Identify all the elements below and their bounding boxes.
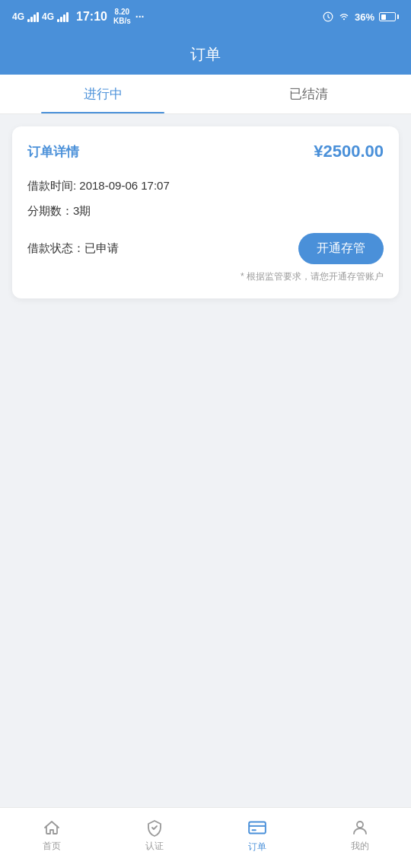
activate-button[interactable]: 开通存管 [298,233,384,264]
main-content: 订单详情 ¥2500.00 借款时间: 2018-09-06 17:07 分期数… [0,114,411,807]
loan-status: 借款状态：已申请 [27,241,119,256]
status-left: 4G 4G 17:10 8.20 KB/s ··· [12,8,144,26]
tab-settled[interactable]: 已结清 [206,75,411,113]
shield-icon [145,819,164,837]
nav-item-home[interactable]: 首页 [0,819,103,857]
person-icon [351,819,369,837]
loan-periods: 分期数：3期 [27,200,384,221]
card-icon [247,818,267,838]
battery-icon [379,12,399,21]
card-amount: ¥2500.00 [314,142,384,161]
clock-icon [323,11,333,22]
nav-label-home: 首页 [43,840,61,853]
page-header: 订单 [0,34,411,75]
card-bottom: 借款状态：已申请 开通存管 [27,233,384,264]
svg-point-5 [357,822,363,828]
signal-bars-2 [57,11,68,22]
nav-item-mine[interactable]: 我的 [308,819,411,857]
order-card: 订单详情 ¥2500.00 借款时间: 2018-09-06 17:07 分期数… [12,126,399,298]
card-note: * 根据监管要求，请您开通存管账户 [27,270,384,283]
tab-bar: 进行中 已结清 [0,75,411,114]
battery-percent: 36% [355,11,374,23]
status-right: 36% [323,11,399,23]
data-speed: 8.20 KB/s [113,8,131,26]
svg-point-1 [343,18,345,20]
signal-label-2: 4G [42,11,54,22]
card-header: 订单详情 ¥2500.00 [27,142,384,161]
nav-item-certification[interactable]: 认证 [103,819,206,857]
nav-item-order[interactable]: 订单 [206,818,308,858]
tab-in-progress[interactable]: 进行中 [0,75,206,113]
time: 17:10 [76,10,107,24]
loan-time: 借款时间: 2018-09-06 17:07 [27,175,384,196]
signal-bars-1 [27,11,39,22]
nav-label-certification: 认证 [145,840,164,853]
status-bar: 4G 4G 17:10 8.20 KB/s ··· [0,0,411,34]
card-title: 订单详情 [27,143,79,161]
svg-rect-2 [249,822,266,833]
nav-label-mine: 我的 [351,840,369,853]
signal-label-1: 4G [12,11,24,22]
page-title: 订单 [190,44,221,65]
bottom-nav: 首页 认证 订单 我的 [0,807,411,868]
nav-label-order: 订单 [248,841,266,854]
wifi-icon [338,11,350,22]
home-icon [43,819,61,837]
dots: ··· [135,11,145,23]
